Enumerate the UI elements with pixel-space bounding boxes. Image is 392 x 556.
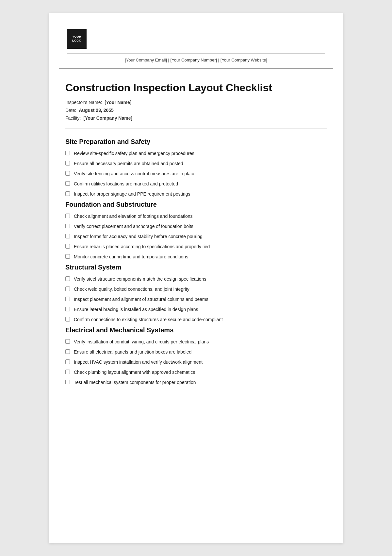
checkbox[interactable] <box>65 171 70 176</box>
content: Construction Inspection Layout Checklist… <box>49 69 343 406</box>
checklist-item-text: Monitor concrete curing time and tempera… <box>74 253 188 260</box>
facility-label: Facility: <box>65 115 81 121</box>
list-item: Test all mechanical system components fo… <box>65 379 327 386</box>
checklist-item-text: Inspect for proper signage and PPE requi… <box>74 191 190 198</box>
checklist-item-text: Ensure rebar is placed according to spec… <box>74 243 210 250</box>
section-2: Structural SystemVerify steel structure … <box>65 264 327 323</box>
checkbox[interactable] <box>65 287 70 291</box>
list-item: Verify site fencing and access control m… <box>65 170 327 177</box>
checklist-item-text: Confirm utilities locations are marked a… <box>74 181 178 187</box>
list-item: Check plumbing layout alignment with app… <box>65 369 327 376</box>
list-item: Inspect for proper signage and PPE requi… <box>65 191 327 198</box>
checklist-item-text: Check alignment and elevation of footing… <box>74 213 192 220</box>
section-title-2: Structural System <box>65 264 327 271</box>
checkbox[interactable] <box>65 380 70 384</box>
list-item: Ensure all electrical panels and junctio… <box>65 349 327 356</box>
list-item: Check alignment and elevation of footing… <box>65 213 327 220</box>
checkbox[interactable] <box>65 151 70 155</box>
checklist-0: Review site-specific safety plan and eme… <box>65 150 327 198</box>
checklist-item-text: Ensure all necessary permits are obtaine… <box>74 160 183 167</box>
list-item: Confirm connections to existing structur… <box>65 316 327 323</box>
checkbox[interactable] <box>65 276 70 281</box>
list-item: Inspect forms for accuracy and stability… <box>65 233 327 240</box>
checkbox[interactable] <box>65 339 70 344</box>
section-3: Electrical and Mechanical SystemsVerify … <box>65 326 327 386</box>
list-item: Inspect placement and alignment of struc… <box>65 296 327 303</box>
checklist-item-text: Ensure lateral bracing is installed as s… <box>74 306 198 313</box>
inspector-value: [Your Name] <box>105 100 131 105</box>
inspector-label: Inspector's Name: <box>65 100 102 105</box>
checklist-item-text: Verify steel structure components match … <box>74 276 206 283</box>
header: YOURLOGO [Your Company Email] | [Your Co… <box>59 23 333 69</box>
list-item: Ensure rebar is placed according to spec… <box>65 243 327 250</box>
list-item: Monitor concrete curing time and tempera… <box>65 253 327 260</box>
list-item: Check weld quality, bolted connections, … <box>65 286 327 293</box>
checkbox[interactable] <box>65 370 70 374</box>
checkbox[interactable] <box>65 224 70 228</box>
checklist-item-text: Verify site fencing and access control m… <box>74 170 195 177</box>
inspector-line: Inspector's Name: [Your Name] <box>65 100 327 105</box>
list-item: Verify steel structure components match … <box>65 276 327 283</box>
checklist-item-text: Check weld quality, bolted connections, … <box>74 286 189 293</box>
checklist-item-text: Check plumbing layout alignment with app… <box>74 369 195 376</box>
list-item: Ensure all necessary permits are obtaine… <box>65 160 327 167</box>
list-item: Review site-specific safety plan and eme… <box>65 150 327 157</box>
date-label: Date: <box>65 108 76 113</box>
list-item: Verify installation of conduit, wiring, … <box>65 339 327 345</box>
checklist-item-text: Test all mechanical system components fo… <box>74 379 196 386</box>
checkbox[interactable] <box>65 234 70 238</box>
page-title: Construction Inspection Layout Checklist <box>65 82 327 94</box>
checklist-3: Verify installation of conduit, wiring, … <box>65 339 327 386</box>
checkbox[interactable] <box>65 254 70 259</box>
list-item: Inspect HVAC system installation and ver… <box>65 359 327 366</box>
section-title-1: Foundation and Substructure <box>65 201 327 208</box>
header-contact: [Your Company Email] | [Your Company Num… <box>67 53 325 62</box>
section-title-3: Electrical and Mechanical Systems <box>65 326 327 334</box>
checkbox[interactable] <box>65 307 70 311</box>
checkbox[interactable] <box>65 191 70 196</box>
checklist-item-text: Inspect placement and alignment of struc… <box>74 296 208 303</box>
checkbox[interactable] <box>65 317 70 321</box>
sections-container: Site Preparation and SafetyReview site-s… <box>65 138 327 386</box>
checklist-item-text: Inspect forms for accuracy and stability… <box>74 233 203 240</box>
checkbox[interactable] <box>65 297 70 301</box>
checklist-item-text: Confirm connections to existing structur… <box>74 316 223 323</box>
checklist-item-text: Inspect HVAC system installation and ver… <box>74 359 203 366</box>
facility-line: Facility: [Your Company Name] <box>65 115 327 121</box>
checklist-item-text: Review site-specific safety plan and eme… <box>74 150 194 157</box>
logo-text: YOURLOGO <box>72 35 82 43</box>
date-line: Date: August 23, 2055 <box>65 108 327 113</box>
checklist-1: Check alignment and elevation of footing… <box>65 213 327 260</box>
checkbox[interactable] <box>65 214 70 218</box>
checkbox[interactable] <box>65 181 70 186</box>
section-title-0: Site Preparation and Safety <box>65 138 327 146</box>
list-item: Verify correct placement and anchorage o… <box>65 223 327 230</box>
checkbox[interactable] <box>65 349 70 354</box>
checkbox[interactable] <box>65 359 70 364</box>
list-item: Confirm utilities locations are marked a… <box>65 181 327 187</box>
section-1: Foundation and SubstructureCheck alignme… <box>65 201 327 260</box>
list-item: Ensure lateral bracing is installed as s… <box>65 306 327 313</box>
date-value: August 23, 2055 <box>79 108 114 113</box>
checklist-item-text: Ensure all electrical panels and junctio… <box>74 349 191 356</box>
checklist-item-text: Verify installation of conduit, wiring, … <box>74 339 209 345</box>
logo: YOURLOGO <box>67 29 87 49</box>
checkbox[interactable] <box>65 244 70 249</box>
facility-value: [Your Company Name] <box>83 115 132 121</box>
page: YOURLOGO [Your Company Email] | [Your Co… <box>49 13 343 543</box>
section-divider <box>65 129 327 129</box>
checklist-item-text: Verify correct placement and anchorage o… <box>74 223 193 230</box>
checklist-2: Verify steel structure components match … <box>65 276 327 323</box>
section-0: Site Preparation and SafetyReview site-s… <box>65 138 327 198</box>
checkbox[interactable] <box>65 161 70 165</box>
